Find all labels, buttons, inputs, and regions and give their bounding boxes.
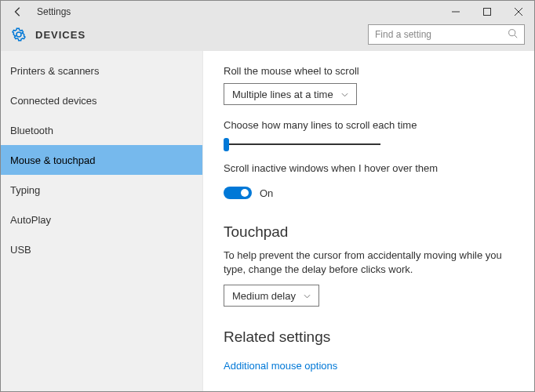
sidebar-item-label: Typing (10, 184, 40, 196)
sidebar-item-label: AutoPlay (10, 214, 51, 226)
sidebar-item-label: Printers & scanners (10, 65, 99, 77)
svg-rect-1 (484, 9, 491, 16)
inactive-windows-label: Scroll inactive windows when I hover ove… (224, 162, 514, 174)
lines-scroll-slider[interactable] (224, 137, 380, 151)
scroll-wheel-dropdown[interactable]: Multiple lines at a time (224, 83, 357, 105)
sidebar-item-autoplay[interactable]: AutoPlay (1, 205, 202, 234)
content: Roll the mouse wheel to scroll Multiple … (203, 51, 534, 392)
dropdown-value: Multiple lines at a time (232, 89, 333, 100)
sidebar-item-label: USB (10, 244, 31, 256)
search-input[interactable] (375, 29, 508, 40)
scroll-wheel-label: Roll the mouse wheel to scroll (224, 65, 514, 77)
back-button[interactable] (9, 2, 27, 21)
minimize-button[interactable] (440, 1, 471, 23)
touchpad-delay-dropdown[interactable]: Medium delay (224, 285, 319, 307)
sidebar-item-mouse-touchpad[interactable]: Mouse & touchpad (1, 145, 202, 175)
svg-point-4 (509, 30, 515, 36)
sidebar-item-label: Mouse & touchpad (10, 154, 95, 166)
additional-mouse-options-link[interactable]: Additional mouse options (224, 360, 337, 372)
toggle-knob (241, 189, 249, 197)
svg-line-5 (515, 35, 517, 38)
lines-scroll-label: Choose how many lines to scroll each tim… (224, 119, 514, 131)
header: DEVICES (1, 23, 534, 51)
dropdown-value: Medium delay (232, 290, 296, 302)
chevron-down-icon (341, 90, 348, 99)
inactive-windows-toggle[interactable]: On (224, 187, 273, 199)
toggle-switch[interactable] (224, 187, 252, 199)
search-box[interactable] (368, 24, 525, 45)
touchpad-description: To help prevent the cursor from accident… (224, 249, 506, 277)
sidebar-item-connected[interactable]: Connected devices (1, 85, 202, 115)
titlebar: Settings (1, 1, 534, 23)
maximize-button[interactable] (471, 1, 503, 23)
toggle-state-label: On (260, 187, 273, 199)
touchpad-heading: Touchpad (224, 223, 514, 241)
header-title: DEVICES (35, 29, 86, 41)
close-button[interactable] (503, 1, 534, 23)
slider-track (224, 143, 380, 145)
sidebar-item-printers[interactable]: Printers & scanners (1, 56, 202, 85)
sidebar-item-label: Bluetooth (10, 125, 53, 136)
gear-icon (10, 26, 27, 43)
sidebar-item-usb[interactable]: USB (1, 234, 202, 264)
window-controls (440, 1, 534, 23)
sidebar-item-bluetooth[interactable]: Bluetooth (1, 115, 202, 145)
related-settings-heading: Related settings (224, 328, 514, 346)
chevron-down-icon (304, 292, 311, 300)
sidebar-item-typing[interactable]: Typing (1, 175, 202, 205)
search-icon (508, 28, 518, 41)
sidebar-item-label: Connected devices (10, 95, 97, 107)
sidebar: Printers & scanners Connected devices Bl… (1, 51, 203, 392)
window-title: Settings (37, 6, 71, 17)
slider-thumb[interactable] (224, 138, 229, 151)
